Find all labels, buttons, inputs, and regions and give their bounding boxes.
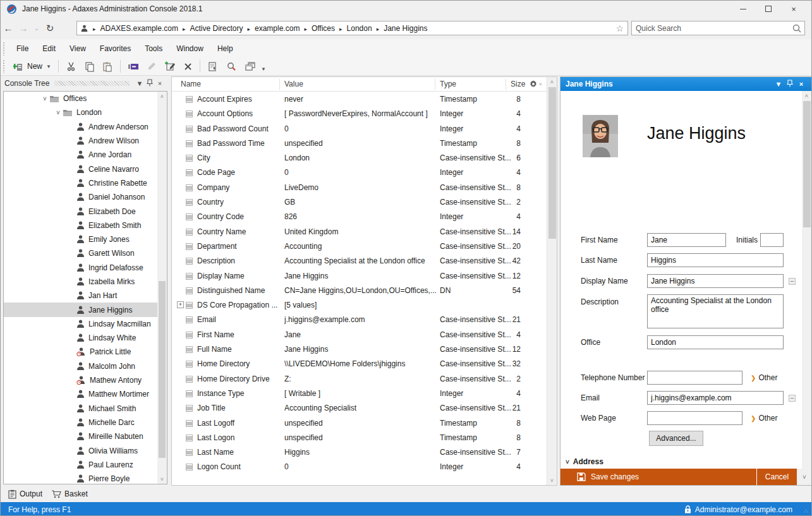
attribute-row[interactable]: First NameJaneCase-insensitive St...4 [172,327,547,342]
attribute-row[interactable]: +DS Core Propagation ...[5 values] [172,297,547,312]
panel-pin-icon[interactable] [784,80,796,88]
telephone-field[interactable] [647,371,742,385]
tree-scrollbar[interactable]: ˄ ˅ [157,92,167,484]
panel-dropdown-icon[interactable]: ▼ [773,80,784,88]
cancel-button[interactable]: Cancel [756,469,797,485]
tree-user-andrew-wilson[interactable]: Andrew Wilson [4,134,167,148]
breadcrumb-segment[interactable]: Jane Higgins [384,24,427,33]
cut-button[interactable] [63,59,80,74]
attribute-row[interactable]: Home Directory\\LIVEDEMO\Home Folders\jh… [172,356,547,371]
expand-icon[interactable]: + [177,301,184,308]
maximize-button[interactable] [756,1,781,17]
attribute-row[interactable]: Country Code826Integer4 [172,209,547,224]
attribute-row[interactable]: Home Directory DriveZ:Case-insensitive S… [172,371,547,386]
tree-user-jane-higgins[interactable]: Jane Higgins [4,303,167,316]
menu-item-window[interactable]: Window [169,41,210,56]
console-tree-drag-area[interactable] [54,81,130,86]
forward-button[interactable]: → [16,21,31,35]
tree-user-daniel-johanson[interactable]: Daniel Johanson [4,190,167,204]
scroll-down-icon[interactable]: ˅ [797,469,812,485]
tree-user-elizabeth-smith[interactable]: Elizabeth Smith [4,219,167,232]
quick-search-input[interactable] [632,24,791,33]
breadcrumb-segment[interactable]: London [347,24,372,33]
tree-user-emily-jones[interactable]: Emily Jones [4,232,167,246]
menubar-grip[interactable] [3,42,6,56]
menu-item-file[interactable]: File [9,41,35,56]
output-tab[interactable]: Output [8,489,42,499]
tree-user-mireille-nabuten[interactable]: Mireille Nabuten [4,429,167,443]
tree-user-elizabeth-doe[interactable]: Elizabeth Doe [4,204,167,218]
scroll-down-icon[interactable]: ˅ [157,474,167,484]
toolbar-overflow-icon[interactable]: ▼ [261,66,266,72]
first-name-field[interactable] [647,233,726,247]
search-icon[interactable] [791,23,803,34]
copy-button[interactable] [81,59,98,74]
attribute-row[interactable]: DescriptionAccounting Specialist at the … [172,253,547,268]
description-field[interactable]: Accounting Specialist at the London offi… [647,294,784,328]
column-header-size[interactable]: Size [511,80,525,88]
tree-user-paul-laurenz[interactable]: Paul Laurenz [4,458,167,472]
close-button[interactable]: × [781,1,806,17]
attribute-row[interactable]: Bad Password Count0Integer4 [172,121,547,136]
panel-close-icon[interactable]: × [796,80,807,88]
menu-item-edit[interactable]: Edit [35,41,63,56]
web-page-field[interactable] [647,411,742,425]
tree-node-london[interactable]: ˅ London [4,105,167,119]
favorite-star-icon[interactable]: ☆ [613,23,624,33]
initials-field[interactable] [760,233,784,247]
tree-user-matthew-mortimer[interactable]: Matthew Mortimer [4,387,167,401]
column-settings-chevron-icon[interactable]: ˅ [539,81,542,87]
rename-button[interactable] [124,59,142,74]
back-button[interactable]: ← [1,21,16,35]
tree-user-ingrid-delafosse[interactable]: Ingrid Delafosse [4,261,167,275]
delete-button[interactable] [180,59,196,74]
scroll-up-icon[interactable]: ˄ [157,92,167,101]
menu-item-view[interactable]: View [63,41,93,56]
console-tree-close-icon[interactable]: × [155,80,165,87]
attribute-row[interactable]: Display NameJane HigginsCase-insensitive… [172,268,547,283]
breadcrumb-segment[interactable]: example.com [255,24,300,33]
tree-user-mathew-antony[interactable]: Mathew Antony [4,373,167,387]
tree-user-jan-hart[interactable]: Jan Hart [4,289,167,303]
display-name-field[interactable] [647,274,784,288]
tree-user-pierre-boyle[interactable]: Pierre Boyle [4,472,167,484]
attribute-row[interactable]: Last NameHigginsCase-insensitive St...7 [172,445,547,459]
tree-user-izabella-mirks[interactable]: Izabella Mirks [4,275,167,289]
resize-grip[interactable]: ⸫ [804,507,809,515]
office-field[interactable] [647,335,784,349]
modify-button[interactable] [161,59,179,74]
tree-user-olivia-williams[interactable]: Olivia Williams [4,443,167,457]
console-tree-pin-icon[interactable] [145,79,155,88]
attribute-row[interactable]: Last LogoffunspecifiedTimestamp8 [172,416,547,430]
menu-item-help[interactable]: Help [210,41,240,56]
advanced-button[interactable]: Advanced... [649,431,703,446]
menu-item-tools[interactable]: Tools [138,41,169,56]
attribute-row[interactable]: Distinguished NameCN=Jane Higgins,OU=Lon… [172,283,547,297]
menu-item-favorites[interactable]: Favorites [93,41,138,56]
tree-user-patrick-little[interactable]: Patrick Little [4,345,167,359]
email-field[interactable] [647,391,784,405]
attribute-row[interactable]: CityLondonCase-insensitive St...6 [172,150,547,165]
attribute-row[interactable]: Account Options[ PasswordNeverExpires, N… [172,106,547,121]
breadcrumb-segment[interactable]: Active Directory [190,24,243,33]
tree-user-michael-smith[interactable]: Michael Smith [4,402,167,416]
attribute-row[interactable]: Job TitleAccounting SpecialistCase-insen… [172,400,547,415]
toolbar-grip[interactable] [3,59,6,73]
tree-user-garett-wilson[interactable]: Garett Wilson [4,246,167,260]
tree-user-andrew-anderson[interactable]: Andrew Anderson [4,120,167,134]
edit-button[interactable] [143,59,160,74]
column-header-value[interactable]: Value [284,80,303,88]
history-dropdown-icon[interactable]: ⌄ [31,21,42,35]
scroll-up-icon[interactable]: ˄ [547,77,557,87]
tree-user-lindsay-macmillan[interactable]: Lindsay Macmillan [4,317,167,331]
minimize-button[interactable] [730,1,756,17]
collapse-chevron-icon[interactable]: ˅ [40,95,49,102]
table-scrollbar[interactable]: ˄ ˅ [547,77,557,485]
console-tree-dropdown-icon[interactable]: ▼ [135,80,145,87]
address-section-header[interactable]: ˅Address [566,457,603,466]
column-header-type[interactable]: Type [440,80,456,88]
save-changes-button[interactable]: Save changes [561,469,756,485]
scroll-up-icon[interactable]: ˄ [802,91,811,100]
attribute-row[interactable]: Logon Count0Integer4 [172,459,547,474]
new-dropdown-icon[interactable]: ▼ [46,64,51,69]
